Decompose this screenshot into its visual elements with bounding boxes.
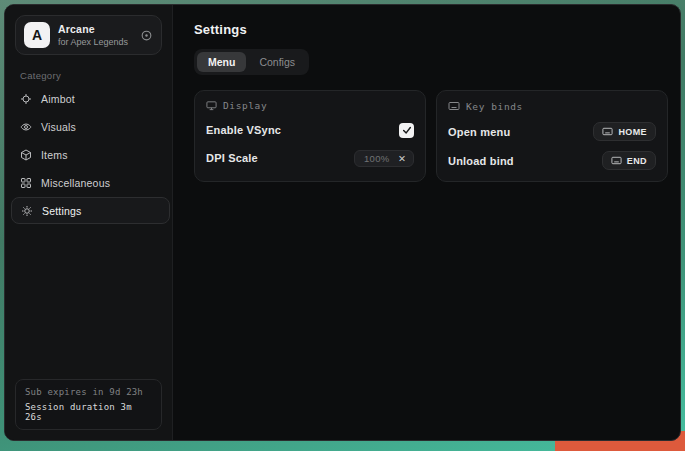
crosshair-icon — [20, 93, 32, 105]
target-icon[interactable] — [140, 29, 153, 42]
app-meta: Arcane for Apex Legends — [58, 23, 132, 47]
sidebar-item-label: Settings — [42, 205, 82, 217]
keyboard-icon — [602, 126, 613, 137]
bind-key-name: END — [627, 156, 647, 166]
gear-icon — [21, 205, 33, 217]
unload-bind-row: Unload bind END — [448, 151, 656, 170]
sidebar-item-items[interactable]: Items — [5, 141, 172, 169]
app-window: A Arcane for Apex Legends Category — [4, 4, 681, 441]
clear-icon[interactable]: ✕ — [398, 153, 406, 164]
display-card: Display Enable VSync — [194, 90, 426, 182]
package-icon — [20, 149, 32, 161]
tab-configs[interactable]: Configs — [248, 52, 306, 72]
sidebar-item-settings[interactable]: Settings — [11, 197, 170, 224]
sidebar-item-aimbot[interactable]: Aimbot — [5, 85, 172, 113]
category-label: Category — [20, 70, 172, 81]
display-card-title: Display — [223, 100, 267, 111]
main-panel: Settings Menu Configs Display — [173, 5, 681, 440]
open-menu-row: Open menu HOME — [448, 122, 656, 141]
keyboard-icon — [611, 155, 622, 166]
subscription-card: Sub expires in 9d 23h Session duration 3… — [15, 379, 162, 430]
open-menu-label: Open menu — [448, 126, 510, 138]
bind-key-name: HOME — [618, 127, 647, 137]
page-title: Settings — [194, 22, 668, 37]
check-icon — [402, 125, 412, 135]
keyboard-icon — [448, 100, 460, 112]
vsync-label: Enable VSync — [206, 124, 281, 136]
open-menu-bind-button[interactable]: HOME — [593, 122, 656, 141]
app-subtitle: for Apex Legends — [58, 37, 132, 47]
desktop-background: A Arcane for Apex Legends Category — [0, 0, 685, 451]
keybinds-card: Key binds Open menu HOME — [436, 90, 668, 182]
keybinds-card-title: Key binds — [466, 101, 523, 112]
eye-icon — [20, 121, 32, 133]
app-name: Arcane — [58, 23, 132, 35]
app-header-card: A Arcane for Apex Legends — [15, 15, 162, 55]
tab-menu[interactable]: Menu — [197, 52, 246, 72]
session-duration-text: Session duration 3m 26s — [25, 402, 152, 422]
unload-bind-label: Unload bind — [448, 155, 514, 167]
tab-bar: Menu Configs — [194, 49, 309, 75]
sub-expires-text: Sub expires in 9d 23h — [25, 387, 152, 397]
sidebar-item-label: Aimbot — [41, 93, 75, 105]
sidebar-item-visuals[interactable]: Visuals — [5, 113, 172, 141]
vsync-checkbox[interactable] — [399, 123, 414, 138]
dpi-scale-input[interactable]: 100% ✕ — [354, 150, 414, 167]
sidebar: A Arcane for Apex Legends Category — [5, 5, 173, 440]
dpi-label: DPI Scale — [206, 152, 258, 164]
dpi-row: DPI Scale 100% ✕ — [206, 149, 414, 167]
sidebar-item-label: Items — [41, 149, 68, 161]
display-card-header: Display — [206, 100, 414, 111]
sidebar-nav: Aimbot Visuals I — [5, 85, 172, 224]
sidebar-item-label: Visuals — [41, 121, 76, 133]
settings-cards: Display Enable VSync — [194, 90, 668, 182]
dpi-value[interactable]: 100% — [364, 153, 390, 164]
sidebar-item-miscellaneous[interactable]: Miscellaneous — [5, 169, 172, 197]
vsync-row: Enable VSync — [206, 121, 414, 139]
monitor-icon — [206, 100, 217, 111]
unload-bind-button[interactable]: END — [602, 151, 656, 170]
keybinds-card-header: Key binds — [448, 100, 656, 112]
sidebar-item-label: Miscellaneous — [41, 177, 110, 189]
app-logo: A — [24, 22, 50, 48]
grid-icon — [20, 177, 32, 189]
